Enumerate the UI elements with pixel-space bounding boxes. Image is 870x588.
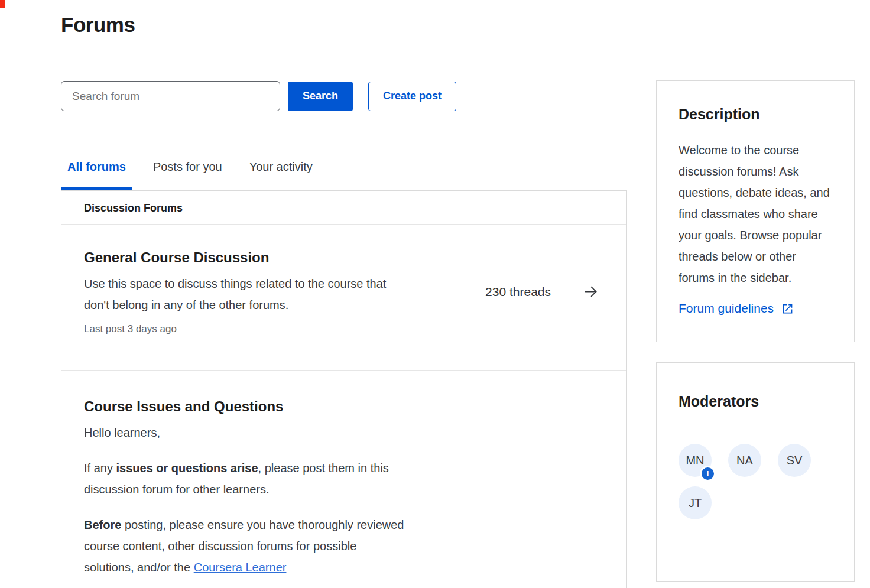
forum-guidelines-label: Forum guidelines — [679, 301, 774, 316]
moderator-avatar-na[interactable]: NA — [728, 444, 761, 477]
forum-item-main: Course Issues and Questions Hello learne… — [84, 397, 406, 578]
moderators-title: Moderators — [679, 392, 832, 411]
sidebar: Description Welcome to the course discus… — [656, 80, 855, 582]
external-link-icon — [781, 303, 794, 315]
forum-item-title[interactable]: Course Issues and Questions — [84, 397, 406, 416]
avatar-initials: MN — [686, 454, 704, 467]
screen-corner-marker — [0, 0, 5, 8]
moderator-avatars: MN I NA SV JT — [679, 444, 814, 519]
coursera-learner-link[interactable]: Coursera Learner — [194, 561, 287, 574]
forum-item-last-post: Last post 3 days ago — [84, 323, 396, 335]
forum-item-threads[interactable]: 230 threads — [485, 284, 599, 300]
thread-count: 230 threads — [485, 285, 551, 299]
tab-posts-for-you[interactable]: Posts for you — [147, 160, 229, 190]
page-title: Forums — [61, 12, 627, 37]
forum-item-paragraph: Before posting, please ensure you have t… — [84, 514, 406, 578]
forum-item-course-issues[interactable]: Course Issues and Questions Hello learne… — [61, 371, 626, 588]
avatar-initials: JT — [689, 496, 702, 510]
description-body: Welcome to the course discussion forums!… — [679, 139, 832, 288]
instructor-badge: I — [700, 466, 716, 482]
forum-item-main: General Course Discussion Use this space… — [84, 248, 396, 335]
create-post-button[interactable]: Create post — [368, 82, 456, 111]
description-card: Description Welcome to the course discus… — [656, 80, 855, 342]
search-button[interactable]: Search — [288, 82, 353, 111]
forum-guidelines-link[interactable]: Forum guidelines — [679, 301, 794, 316]
search-row: Search Create post — [61, 81, 627, 111]
description-title: Description — [679, 105, 832, 124]
moderators-card: Moderators MN I NA SV JT — [656, 362, 855, 582]
forum-item-paragraph: If any issues or questions arise, please… — [84, 457, 406, 500]
tab-your-activity[interactable]: Your activity — [243, 160, 319, 190]
moderator-avatar-sv[interactable]: SV — [778, 444, 811, 477]
moderator-avatar-jt[interactable]: JT — [679, 486, 712, 519]
forum-item-title[interactable]: General Course Discussion — [84, 248, 396, 267]
forum-list-container: Discussion Forums General Course Discuss… — [61, 190, 627, 588]
forum-item-paragraph: Hello learners, — [84, 422, 406, 443]
tab-all-forums[interactable]: All forums — [61, 160, 132, 190]
main-content: Forums Search Create post All forums Pos… — [61, 0, 627, 588]
forum-item-general-course-discussion[interactable]: General Course Discussion Use this space… — [61, 225, 626, 371]
search-input[interactable] — [61, 81, 280, 111]
forum-tabs: All forums Posts for you Your activity — [61, 160, 627, 190]
forum-item-description: Use this space to discuss things related… — [84, 273, 396, 316]
right-arrow-icon[interactable] — [583, 284, 599, 300]
forum-list-header: Discussion Forums — [61, 191, 626, 225]
avatar-initials: SV — [787, 454, 803, 467]
avatar-initials: NA — [736, 454, 753, 467]
moderator-avatar-mn[interactable]: MN I — [679, 444, 712, 477]
